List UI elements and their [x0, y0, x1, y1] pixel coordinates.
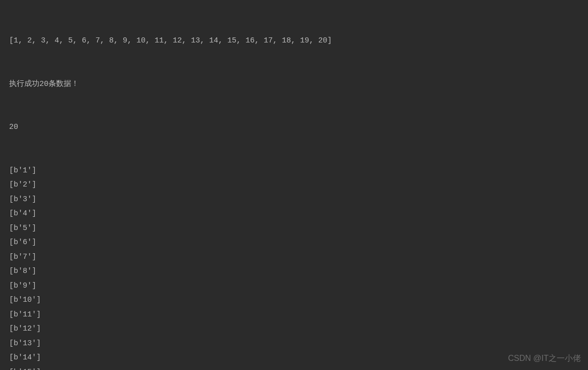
byte-lines-container: [b'1'][b'2'][b'3'][b'4'][b'5'][b'6'][b'7… [9, 164, 579, 371]
watermark-text: CSDN @IT之一小佬 [508, 351, 581, 366]
console-output: [1, 2, 3, 4, 5, 6, 7, 8, 9, 10, 11, 12, … [9, 5, 579, 370]
byte-line: [b'4'] [9, 207, 579, 221]
byte-line: [b'15'] [9, 365, 579, 371]
byte-line: [b'9'] [9, 279, 579, 294]
byte-line: [b'12'] [9, 322, 579, 337]
byte-line: [b'3'] [9, 193, 579, 207]
byte-line: [b'11'] [9, 308, 579, 322]
output-list: [1, 2, 3, 4, 5, 6, 7, 8, 9, 10, 11, 12, … [9, 34, 579, 49]
byte-line: [b'13'] [9, 337, 579, 351]
byte-line: [b'14'] [9, 351, 579, 365]
byte-line: [b'5'] [9, 221, 579, 236]
byte-line: [b'7'] [9, 250, 579, 265]
output-success-message: 执行成功20条数据！ [9, 77, 579, 92]
byte-line: [b'10'] [9, 293, 579, 308]
byte-line: [b'1'] [9, 164, 579, 178]
output-count: 20 [9, 120, 579, 135]
byte-line: [b'8'] [9, 264, 579, 279]
byte-line: [b'6'] [9, 236, 579, 250]
byte-line: [b'2'] [9, 178, 579, 193]
